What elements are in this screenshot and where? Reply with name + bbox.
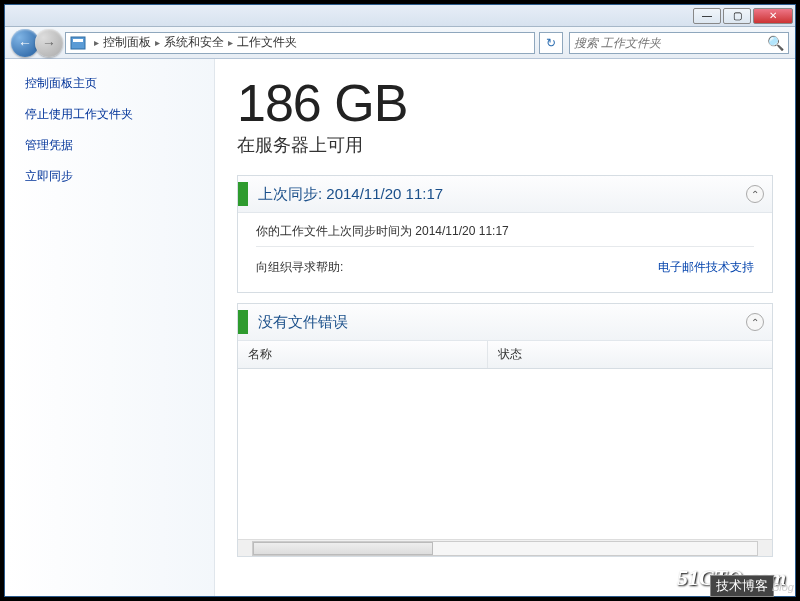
titlebar: — ▢ ✕: [5, 5, 795, 27]
sync-panel-header[interactable]: 上次同步: 2014/11/20 11:17 ⌃: [238, 176, 772, 213]
navbar: ← → ▸ 控制面板 ▸ 系统和安全 ▸ 工作文件夹 ↻ 🔍: [5, 27, 795, 59]
sidebar: 控制面板主页 停止使用工作文件夹 管理凭据 立即同步: [5, 59, 215, 596]
search-input[interactable]: [574, 36, 767, 50]
sidebar-link-creds[interactable]: 管理凭据: [25, 137, 214, 154]
breadcrumb[interactable]: ▸ 控制面板 ▸ 系统和安全 ▸ 工作文件夹: [65, 32, 535, 54]
status-bar-icon: [238, 182, 248, 206]
help-row: 向组织寻求帮助: 电子邮件技术支持: [256, 253, 754, 282]
chevron-right-icon: ▸: [228, 37, 233, 48]
sync-panel-title: 上次同步: 2014/11/20 11:17: [258, 185, 746, 204]
errors-panel-header[interactable]: 没有文件错误 ⌃: [238, 304, 772, 341]
search-box[interactable]: 🔍: [569, 32, 789, 54]
errors-panel-title: 没有文件错误: [258, 313, 746, 332]
errors-empty-list: [238, 369, 772, 539]
scrollbar-thumb[interactable]: [253, 542, 433, 555]
close-button[interactable]: ✕: [753, 8, 793, 24]
content-area: 186 GB 在服务器上可用 上次同步: 2014/11/20 11:17 ⌃ …: [215, 59, 795, 596]
scrollbar-track[interactable]: [252, 541, 758, 556]
breadcrumb-item[interactable]: 系统和安全: [164, 34, 224, 51]
search-icon[interactable]: 🔍: [767, 35, 784, 51]
help-link[interactable]: 电子邮件技术支持: [658, 259, 754, 276]
errors-panel: 没有文件错误 ⌃ 名称 状态: [237, 303, 773, 557]
divider: [256, 246, 754, 247]
status-bar-icon: [238, 310, 248, 334]
sidebar-link-stop[interactable]: 停止使用工作文件夹: [25, 106, 214, 123]
help-label: 向组织寻求帮助:: [256, 259, 343, 276]
col-name[interactable]: 名称: [238, 341, 488, 368]
sidebar-link-home[interactable]: 控制面板主页: [25, 75, 214, 92]
sidebar-link-syncnow[interactable]: 立即同步: [25, 168, 214, 185]
svg-rect-0: [71, 37, 85, 49]
minimize-button[interactable]: —: [693, 8, 721, 24]
horizontal-scrollbar[interactable]: [238, 539, 772, 556]
errors-table-header: 名称 状态: [238, 341, 772, 369]
control-panel-icon: [70, 35, 86, 51]
maximize-button[interactable]: ▢: [723, 8, 751, 24]
col-status[interactable]: 状态: [488, 341, 772, 368]
window-frame: — ▢ ✕ ← → ▸ 控制面板 ▸ 系统和安全 ▸ 工作文件夹 ↻ 🔍 控制面…: [4, 4, 796, 597]
collapse-toggle[interactable]: ⌃: [746, 313, 764, 331]
window-body: 控制面板主页 停止使用工作文件夹 管理凭据 立即同步 186 GB 在服务器上可…: [5, 59, 795, 596]
breadcrumb-item[interactable]: 工作文件夹: [237, 34, 297, 51]
sync-status-text: 你的工作文件上次同步时间为 2014/11/20 11:17: [256, 223, 754, 240]
chevron-right-icon: ▸: [155, 37, 160, 48]
storage-label: 在服务器上可用: [237, 133, 773, 157]
sync-panel: 上次同步: 2014/11/20 11:17 ⌃ 你的工作文件上次同步时间为 2…: [237, 175, 773, 293]
collapse-toggle[interactable]: ⌃: [746, 185, 764, 203]
storage-value: 186 GB: [237, 73, 773, 133]
nav-buttons: ← →: [11, 29, 59, 57]
breadcrumb-item[interactable]: 控制面板: [103, 34, 151, 51]
svg-rect-1: [73, 39, 83, 42]
chevron-right-icon: ▸: [94, 37, 99, 48]
forward-button[interactable]: →: [35, 29, 63, 57]
sync-panel-body: 你的工作文件上次同步时间为 2014/11/20 11:17 向组织寻求帮助: …: [238, 213, 772, 292]
refresh-button[interactable]: ↻: [539, 32, 563, 54]
